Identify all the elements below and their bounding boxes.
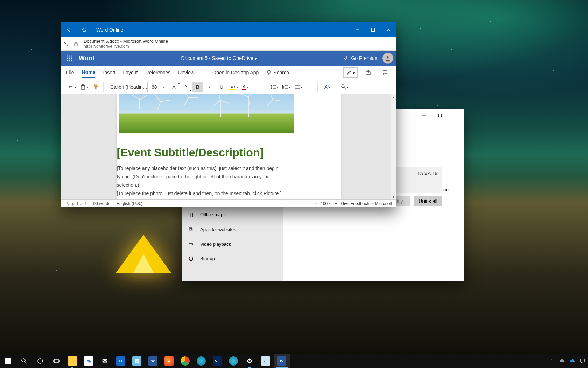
taskbar-edge-beta[interactable] — [193, 354, 209, 368]
language-indicator[interactable]: English (U.S.) — [117, 201, 142, 206]
refresh-button[interactable] — [77, 22, 92, 37]
taskbar-store[interactable]: 🛍 — [80, 354, 97, 368]
app-brand: Word — [79, 55, 95, 62]
hero-image[interactable] — [119, 94, 294, 133]
nav-offline-maps[interactable]: ◫ Offline maps — [182, 207, 283, 222]
grow-font-button[interactable]: A▴ — [169, 82, 179, 92]
font-name-dropdown[interactable]: Calibri (Headin…▾ — [108, 82, 148, 92]
task-view-button[interactable] — [48, 354, 64, 368]
styles-button[interactable]: A⁄▾ — [322, 82, 332, 92]
tab-references[interactable]: References — [146, 68, 171, 77]
font-more-button[interactable]: ⋯ — [252, 82, 262, 92]
taskbar-edge-canary[interactable] — [225, 354, 241, 368]
font-color-button[interactable]: A▾ — [240, 82, 251, 92]
nav-apps-websites[interactable]: ⧉ Apps for websites — [182, 222, 283, 237]
scroll-down-icon[interactable]: ▾ — [391, 194, 396, 199]
svg-point-15 — [69, 58, 70, 59]
zoom-out-button[interactable]: − — [315, 201, 317, 206]
format-painter-button[interactable] — [91, 82, 101, 92]
settings-minimize-button[interactable] — [416, 109, 432, 123]
maximize-button[interactable] — [365, 22, 381, 37]
scroll-up-icon[interactable]: ▴ — [391, 94, 396, 100]
tell-me-search[interactable]: Search — [266, 68, 289, 77]
vertical-scrollbar[interactable]: ▴ ▾ — [391, 94, 396, 199]
tray-action-center-icon[interactable] — [578, 354, 588, 368]
numbering-button[interactable]: 123▾ — [281, 82, 292, 92]
svg-point-19 — [71, 60, 72, 61]
doc-paragraph[interactable]: [To replace any placeholder text (such a… — [117, 164, 288, 189]
uninstall-button[interactable]: Uninstall — [414, 196, 442, 206]
app-launcher-icon[interactable] — [64, 53, 75, 64]
font-size-dropdown[interactable]: 68▾ — [149, 82, 167, 92]
find-button[interactable]: ▾ — [339, 82, 350, 92]
taskbar-chrome[interactable] — [177, 354, 193, 368]
taskbar-word[interactable]: W — [145, 354, 161, 368]
go-premium-button[interactable]: Go Premium — [343, 55, 379, 61]
more-button[interactable]: ⋯ — [335, 22, 350, 37]
tab-close-icon[interactable] — [64, 42, 71, 46]
undo-button[interactable]: ▾ — [67, 82, 77, 92]
paste-button[interactable]: ▾ — [79, 82, 89, 92]
document-canvas[interactable]: [Event Subtitle/Description] [To replace… — [61, 94, 396, 199]
zoom-level[interactable]: 100% — [321, 201, 331, 206]
settings-close-button[interactable] — [448, 109, 464, 123]
doc-paragraph[interactable]: [To replace the photo, just delete it an… — [117, 189, 288, 198]
nav-label: Startup — [200, 256, 215, 261]
comments-button[interactable] — [379, 67, 391, 79]
doc-heading[interactable]: [Event Subtitle/Description] — [117, 146, 320, 159]
close-button[interactable] — [381, 22, 396, 37]
svg-point-18 — [69, 60, 70, 61]
minimize-button[interactable] — [350, 22, 365, 37]
document-page[interactable]: [Event Subtitle/Description] [To replace… — [117, 94, 341, 199]
svg-point-17 — [67, 60, 68, 61]
taskbar-terminal[interactable]: ≻_ — [209, 354, 225, 368]
settings-maximize-button[interactable] — [432, 109, 448, 123]
shrink-font-button[interactable]: A▾ — [181, 82, 191, 92]
tab-file[interactable]: File — [66, 68, 74, 77]
taskbar-file-explorer[interactable]: ▭ — [64, 354, 80, 368]
tab-review[interactable]: Review — [178, 68, 194, 77]
taskbar-notepad[interactable]: ▭ — [258, 354, 274, 368]
taskbar-settings[interactable]: ⚙ — [241, 354, 258, 368]
italic-button[interactable]: I — [204, 82, 215, 92]
search-button[interactable] — [16, 354, 32, 368]
word-count[interactable]: 90 words — [93, 201, 110, 206]
svg-line-39 — [344, 87, 346, 89]
underline-button[interactable]: U — [216, 82, 227, 92]
zoom-in-button[interactable]: + — [335, 201, 337, 206]
doc-paragraph[interactable]: [Need to add text? Get any text formatti… — [117, 198, 288, 199]
tab-home[interactable]: Home — [82, 67, 96, 78]
taskbar-word-online[interactable]: W — [274, 354, 290, 368]
bold-button[interactable]: B — [192, 82, 203, 92]
svg-rect-43 — [8, 361, 11, 364]
taskbar-mail[interactable]: ✉ — [97, 354, 113, 368]
cortana-button[interactable] — [32, 354, 48, 368]
nav-video-playback[interactable]: ▭ Video playback — [182, 237, 283, 251]
svg-rect-10 — [75, 43, 77, 46]
tab-overflow[interactable]: ⌄ — [202, 68, 205, 77]
page-indicator[interactable]: Page 1 of 1 — [65, 201, 87, 206]
document-name[interactable]: Document 5 - Saved to OneDrive ▾ — [98, 55, 340, 61]
back-button[interactable] — [61, 22, 77, 37]
ribbon: ▾ ▾ Calibri (Headin…▾ 68▾ A▴ A▾ B I U ab… — [61, 80, 396, 94]
start-button[interactable] — [0, 354, 16, 368]
highlight-color-button[interactable]: ab▾ — [228, 82, 239, 92]
bullets-button[interactable]: ▾ — [269, 82, 280, 92]
nav-startup[interactable]: ⏻ Startup — [182, 251, 283, 266]
tab-layout[interactable]: Layout — [123, 68, 138, 77]
avatar[interactable] — [382, 53, 393, 64]
taskbar-firefox[interactable]: ● — [161, 354, 177, 368]
paragraph-more-button[interactable]: ⋯ — [305, 82, 315, 92]
feedback-link[interactable]: Give Feedback to Microsoft — [341, 201, 392, 206]
taskbar: ▭ 🛍 ✉ O 🖼 W ● ≻_ ⚙ ▭ W ˄ — [0, 354, 588, 368]
align-button[interactable]: ▾ — [293, 82, 303, 92]
taskbar-outlook[interactable]: O — [113, 354, 129, 368]
share-button[interactable] — [362, 67, 374, 79]
tray-onedrive-icon[interactable] — [556, 354, 567, 368]
tab-insert[interactable]: Insert — [103, 68, 115, 77]
editing-mode-button[interactable]: ▾ — [343, 67, 358, 78]
tray-overflow-icon[interactable]: ˄ — [546, 354, 556, 368]
open-in-desktop-app[interactable]: Open in Desktop App — [212, 68, 259, 77]
taskbar-photos[interactable]: 🖼 — [129, 354, 145, 368]
tray-onedrive-blue-icon[interactable] — [567, 354, 578, 368]
